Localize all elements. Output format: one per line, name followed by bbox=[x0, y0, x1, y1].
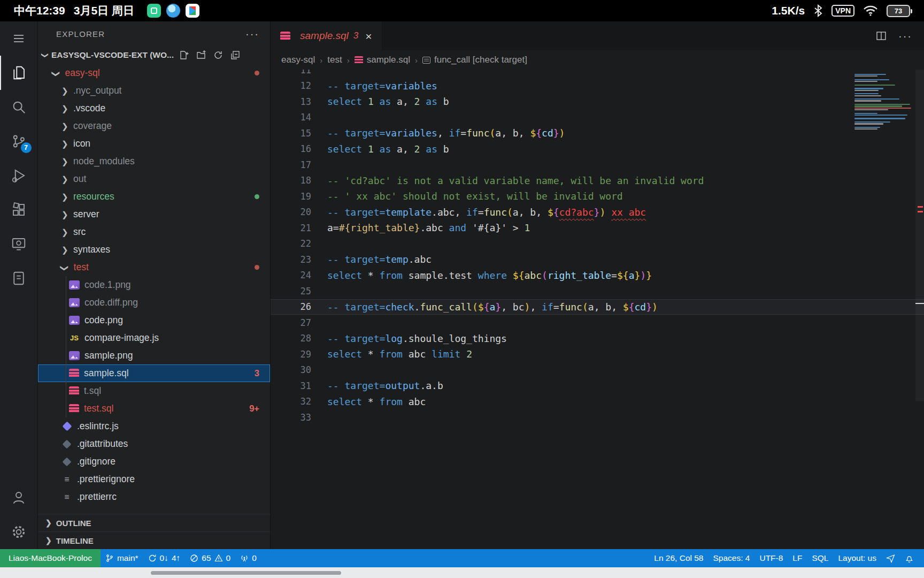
tree-item-.gitattributes[interactable]: .gitattributes bbox=[38, 435, 270, 453]
minimap[interactable] bbox=[854, 74, 912, 132]
tree-item-code.png[interactable]: code.png bbox=[38, 311, 270, 329]
sidebar-item-extensions[interactable] bbox=[0, 193, 38, 227]
keyboard-layout[interactable]: Layout: us bbox=[833, 553, 881, 563]
sidebar-item-explorer[interactable] bbox=[0, 56, 38, 90]
code-line-13[interactable]: 13select 1 as a, 2 as b bbox=[271, 94, 924, 110]
split-editor-icon[interactable] bbox=[876, 31, 887, 41]
ports-status[interactable]: 0 bbox=[235, 549, 261, 567]
sync-status[interactable]: 0↓ 4↑ bbox=[143, 549, 186, 567]
tree-item-sample.sql[interactable]: sample.sql3 bbox=[38, 364, 270, 382]
chevron-down-icon: ❯ bbox=[51, 70, 61, 77]
tree-item-label: coverage bbox=[73, 120, 112, 132]
tree-item-code.diff.png[interactable]: code.diff.png bbox=[38, 294, 270, 311]
tree-item-out[interactable]: ❯out bbox=[38, 170, 270, 188]
gesture-handle[interactable] bbox=[151, 571, 341, 575]
code-line-11[interactable]: 11 bbox=[271, 70, 924, 78]
line-content: -- ' xx abc' should not exist, will be i… bbox=[311, 191, 623, 202]
sidebar-item-notebook[interactable] bbox=[0, 261, 38, 295]
tree-item-compare-image.js[interactable]: JScompare-image.js bbox=[38, 329, 270, 347]
cursor-position[interactable]: Ln 26, Col 58 bbox=[649, 553, 708, 563]
tree-item-server[interactable]: ❯server bbox=[38, 206, 270, 223]
tree-item-resources[interactable]: ❯resources bbox=[38, 188, 270, 206]
tab-sample-sql[interactable]: sample.sql 3 × bbox=[271, 21, 382, 50]
workspace-header[interactable]: ❯ EASYSQL-VSCODE-EXT (WO... bbox=[38, 46, 270, 64]
timeline-section-header[interactable]: ❯ TIMELINE bbox=[38, 531, 270, 549]
sidebar-item-run-debug[interactable] bbox=[0, 158, 38, 193]
code-line-20[interactable]: 20-- target=template.abc, if=func(a, b, … bbox=[271, 204, 924, 220]
code-line-23[interactable]: 23-- target=temp.abc bbox=[271, 252, 924, 268]
tree-item-test.sql[interactable]: test.sql9+ bbox=[38, 400, 270, 417]
tree-item-src[interactable]: ❯src bbox=[38, 223, 270, 241]
tree-item-syntaxes[interactable]: ❯syntaxes bbox=[38, 241, 270, 258]
code-line-12[interactable]: 12-- target=variables bbox=[271, 78, 924, 94]
new-folder-icon[interactable] bbox=[196, 50, 206, 60]
refresh-icon[interactable] bbox=[213, 50, 223, 60]
code-line-29[interactable]: 29select * from abc limit 2 bbox=[271, 346, 924, 362]
tab-close-button[interactable]: × bbox=[365, 31, 372, 42]
code-line-14[interactable]: 14 bbox=[271, 110, 924, 126]
code-line-32[interactable]: 32select * from abc bbox=[271, 394, 924, 410]
new-file-icon[interactable] bbox=[179, 50, 189, 60]
menu-button[interactable] bbox=[0, 21, 38, 56]
eol-setting[interactable]: LF bbox=[788, 553, 807, 563]
tree-item-.eslintrc.js[interactable]: .eslintrc.js bbox=[38, 417, 270, 435]
git-branch-status[interactable]: main* bbox=[101, 549, 143, 567]
code-line-15[interactable]: 15-- target=variables, if=func(a, b, ${c… bbox=[271, 125, 924, 141]
tree-item-t.sql[interactable]: t.sql bbox=[38, 382, 270, 400]
sidebar-item-source-control[interactable]: 7 bbox=[0, 124, 38, 158]
breadcrumb-item-folder[interactable]: test bbox=[327, 55, 342, 65]
encoding-setting[interactable]: UTF-8 bbox=[754, 553, 788, 563]
tree-item-.prettierignore[interactable]: ≡.prettierignore bbox=[38, 470, 270, 488]
code-line-21[interactable]: 21a=#{right_table}.abc and '#{a}' > 1 bbox=[271, 220, 924, 236]
tree-item-easy-sql[interactable]: ❯easy-sql bbox=[38, 64, 270, 82]
code-line-31[interactable]: 31-- target=output.a.b bbox=[271, 378, 924, 394]
language-mode[interactable]: SQL bbox=[807, 553, 833, 563]
editor-more-actions[interactable]: ··· bbox=[898, 30, 912, 42]
battery-indicator: 73 bbox=[887, 5, 910, 17]
code-line-22[interactable]: 22 bbox=[271, 236, 924, 252]
code-line-28[interactable]: 28-- target=log.shoule_log_things bbox=[271, 331, 924, 347]
code-line-17[interactable]: 17 bbox=[271, 157, 924, 173]
code-line-26[interactable]: 26-- target=check.func_call(${a}, bc), i… bbox=[271, 299, 924, 315]
code-line-24[interactable]: 24select * from sample.test where ${abc(… bbox=[271, 268, 924, 284]
outline-section-header[interactable]: ❯ OUTLINE bbox=[38, 514, 270, 531]
radio-tower-icon bbox=[240, 554, 249, 562]
problems-status[interactable]: 65 0 bbox=[185, 549, 235, 567]
tree-item-.gitignore[interactable]: .gitignore bbox=[38, 453, 270, 470]
tree-item-.prettierrc[interactable]: ≡.prettierrc bbox=[38, 488, 270, 506]
accounts-button[interactable] bbox=[0, 481, 38, 515]
settings-button[interactable] bbox=[0, 515, 38, 549]
tree-item-coverage[interactable]: ❯coverage bbox=[38, 117, 270, 135]
code-line-30[interactable]: 30 bbox=[271, 362, 924, 378]
image-file-icon bbox=[69, 298, 80, 307]
tree-item-icon[interactable]: ❯icon bbox=[38, 135, 270, 153]
tree-item-sample.png[interactable]: sample.png bbox=[38, 347, 270, 364]
breadcrumb-item-folder[interactable]: easy-sql bbox=[281, 55, 315, 65]
feedback-button[interactable] bbox=[881, 554, 900, 563]
breadcrumb-item-symbol[interactable]: func_call [check target] bbox=[422, 55, 527, 65]
code-line-27[interactable]: 27 bbox=[271, 315, 924, 331]
eslint-file-icon bbox=[61, 422, 72, 431]
notifications-button[interactable] bbox=[900, 554, 919, 563]
code-line-19[interactable]: 19-- ' xx abc' should not exist, will be… bbox=[271, 188, 924, 204]
tree-item-node_modules[interactable]: ❯node_modules bbox=[38, 153, 270, 170]
tree-item-.vscode[interactable]: ❯.vscode bbox=[38, 100, 270, 117]
indentation-setting[interactable]: Spaces: 4 bbox=[709, 553, 755, 563]
remote-indicator[interactable]: Liaos-MacBook-Proloc bbox=[0, 549, 101, 567]
problems-badge: 9+ bbox=[249, 404, 259, 414]
code-line-25[interactable]: 25 bbox=[271, 283, 924, 299]
code-line-18[interactable]: 18-- 'cd?abc' is not a valid variable na… bbox=[271, 173, 924, 189]
code-line-33[interactable]: 33 bbox=[271, 409, 924, 425]
sidebar-item-search[interactable] bbox=[0, 90, 38, 124]
sidebar-item-remote-explorer[interactable] bbox=[0, 227, 38, 261]
explorer-more-actions[interactable]: ··· bbox=[245, 28, 259, 40]
tree-item-test[interactable]: ❯test bbox=[38, 258, 270, 276]
overview-ruler[interactable] bbox=[915, 70, 924, 549]
breadcrumb-item-file[interactable]: sample.sql bbox=[355, 55, 410, 65]
tree-item-label: code.png bbox=[84, 315, 123, 326]
tree-item-code.1.png[interactable]: code.1.png bbox=[38, 276, 270, 294]
code-line-16[interactable]: 16select 1 as a, 2 as b bbox=[271, 141, 924, 157]
collapse-folders-icon[interactable] bbox=[230, 50, 240, 60]
code-editor[interactable]: 1112-- target=variables13select 1 as a, … bbox=[271, 70, 924, 549]
tree-item-.nyc_output[interactable]: ❯.nyc_output bbox=[38, 82, 270, 100]
